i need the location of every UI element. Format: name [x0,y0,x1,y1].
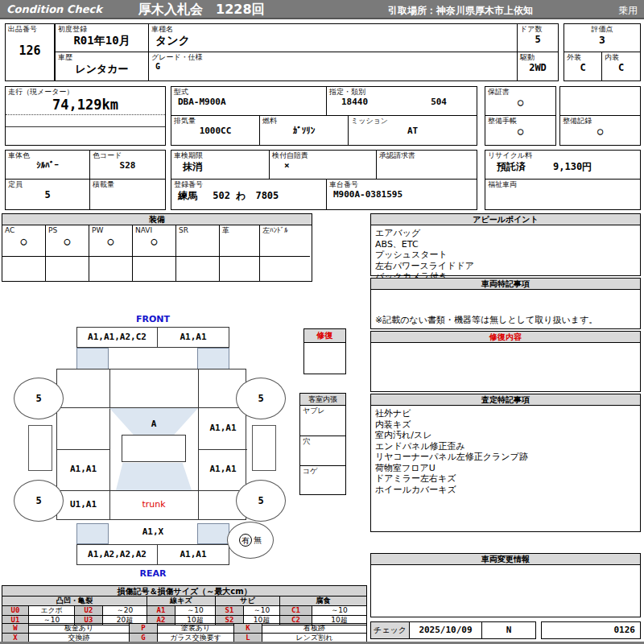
tire-front-left: 5 [14,378,64,419]
appeal-section: アピールポイント エアバッグ ABS、ETC プッシュスタート 左右パワースライ… [370,213,641,276]
capacity-value: 5 [6,189,89,200]
legend-code: A1 [147,606,175,616]
history-label: 車歴 [56,52,148,62]
maintenance-record-mark: ○ [560,126,640,137]
score-cell: 評価点 3 [564,23,641,52]
damage-symbol-table: W板金あり P塗装あり K看板跡 X交換跡 Gガラス交換要す Lレンズ割れ [2,623,367,643]
interior-trim-box: 客室内張 ヤブレ 穴 コゲ [299,393,346,495]
equipment-col-ps: PS ○ [46,225,89,281]
vehicle-notes-section: 車両特記事項 ※記載のない書類・機器等は無しとして取り扱います。 [370,278,641,329]
trunk-label: trunk [109,491,198,518]
interior-grade-value: C [602,62,640,73]
fuel-value: ｶﾞｿﾘﾝ [260,126,348,136]
model-code-cell: 型式 DBA-M900A [171,86,327,116]
warranty-mark: ○ [485,97,555,108]
assessment-section: 査定特記事項 社外ナビ 内装キズ 室内汚れ/スレ エンドパネル修正歪み リヤコー… [370,394,641,532]
right-door-codes: A1,A1 [199,450,247,489]
class-label: 指定・類別 [327,87,477,97]
welfare-cell: 福祉車両 [485,179,641,210]
legend-code: C1 [280,606,312,616]
repair-flag-title: 修復 [304,329,345,343]
equipment-mark: ○ [89,235,132,247]
approval-label: 承認請求書 [377,151,477,160]
appeal-item: ABS、ETC [375,239,636,250]
transmission-value: AT [349,126,477,136]
legend-size: ～20 [103,606,147,616]
lot-number-label: 出品番号 [6,24,54,34]
maintenance-record-cell: 整備記録 ○ [559,115,641,146]
rear-left-corner-shade [76,523,109,544]
recycle-fee-values: 預託済9,130円 [485,160,640,174]
registration-number-value: 練馬 502 わ 7805 [171,189,326,203]
assessment-item: 荷物室フロアU [375,463,636,474]
car-diagram: FRONT A1,A1,A2,C2 A1,A1 A A1,A1 A1,A1 A1… [0,311,370,588]
tire-rear-left: 5 [14,480,64,522]
drive-cell: 駆動 2WD [517,52,559,81]
assessment-item: エンドパネル修正歪み [375,441,636,452]
equipment-mark: ○ [133,235,175,247]
damage-legend-table: 損傷記号＆損傷サイズ（～最大cm） 凸凹・亀裂 線キズ サビ 腐食 U0エクボ … [2,585,367,625]
front-right-corner-shade [197,348,229,369]
assessment-item: ドアミラー左右キズ [375,473,636,485]
equipment-row-divider [176,256,219,257]
chassis-number-value: M900A-0381595 [327,189,477,200]
equipment-row-divider [260,256,310,257]
check-label: チェック [371,622,410,638]
legend-meaning: 看板跡 [262,624,367,634]
equipment-title: 装備 [2,214,312,225]
model-name-value: タンク [149,34,517,48]
interior-grade-label: 内装 [602,52,640,62]
left-door-codes: A1,A1 [57,450,109,489]
color-code-label: 色コード [90,151,165,160]
legend-code: U0 [2,606,29,616]
approval-cell: 承認請求書 [376,150,477,180]
repair-details-body [371,343,640,348]
front-bumper: A1,A1,A2,C2 A1,A1 [76,327,229,348]
assessment-title: 査定特記事項 [371,394,640,406]
mileage-divider-solid [6,126,165,142]
chassis-number-cell: 車台番号 M900A-0381595 [326,179,477,210]
legend-code: U2 [75,606,103,616]
mileage-value: 74,129km [6,97,165,113]
interior-trim-title: 客室内張 [300,394,345,406]
rear-label: REAR [76,568,229,579]
displacement-label: 排気量 [171,116,259,126]
chassis-number-label: 車台番号 [327,180,477,189]
exterior-grade-value: C [564,62,601,73]
inspection-label: 車検期限 [171,151,269,160]
legend-size: ～10 [312,606,367,616]
check-number: 0126 [541,621,641,639]
roof-panel [122,435,186,462]
front-bumper-right-codes: A1,A1 [158,328,229,347]
interior-grade-cell: 内装 C [601,52,641,81]
drive-label: 駆動 [518,52,558,62]
vehicle-notes-title: 車両特記事項 [371,279,640,290]
equipment-row-divider [2,256,45,257]
rear-window [116,463,192,490]
assessment-item: リヤコーナーパネル左修正クランプ跡 [375,452,636,463]
front-bumper-left-codes: A1,A1,A2,C2 [77,328,158,347]
trim-item-label: ヤブレ [300,406,345,415]
equipment-label: 革 [220,225,259,235]
trim-item-hole: 穴 [300,436,345,465]
legend-group-rust: サビ [216,597,280,606]
tire-rear-right: 5 [236,480,286,522]
rear-right-corner-shade [197,523,229,544]
capacity-cell: 定員 5 [5,179,90,210]
body-color-label: 車体色 [6,151,89,160]
legend-code: K [234,624,262,634]
drive-value: 2WD [518,62,558,73]
change-info-body [371,565,640,570]
maintenance-book-label: 整備手帳 [485,116,555,126]
windshield: A [109,408,198,435]
assessment-list: 社外ナビ 内装キズ 室内汚れ/スレ エンドパネル修正歪み リヤコーナーパネル左修… [371,406,640,497]
grade-value: G [149,62,517,71]
check-date: 2025/10/09 [410,622,482,638]
left-quarter-codes: U1,A1 [57,491,109,518]
tire-front-right: 5 [236,378,286,419]
legend-size: ～10 [175,606,216,616]
score-value: 3 [564,34,640,46]
equipment-columns: AC ○ PS ○ PW ○ NAVI ○ SR [2,225,312,281]
load-label: 積載量 [90,180,165,189]
front-label: FRONT [76,314,229,324]
